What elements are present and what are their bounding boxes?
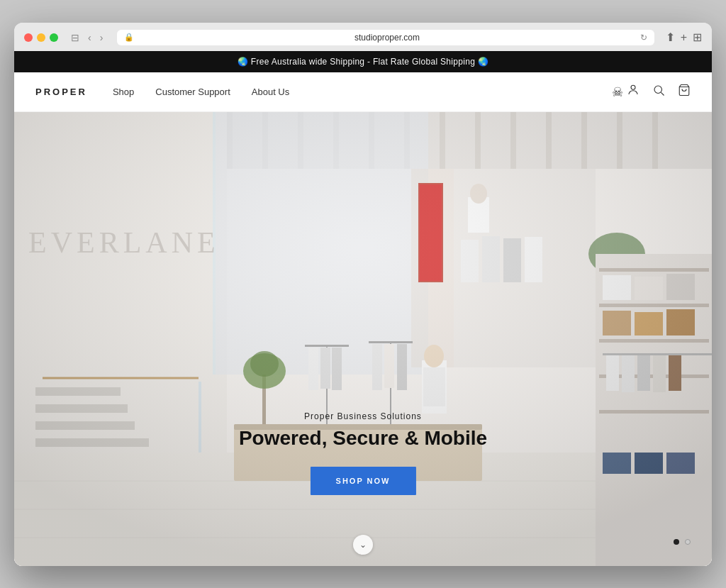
minimize-button[interactable]: [37, 33, 45, 42]
nav-shop[interactable]: Shop: [113, 87, 134, 97]
refresh-button[interactable]: ↻: [640, 33, 647, 43]
nav-links: Shop Customer Support About Us: [113, 87, 612, 97]
hero-subtitle: Proper Business Solutions: [239, 411, 487, 421]
account-icon[interactable]: ☠: [612, 84, 640, 100]
traffic-lights: [24, 33, 58, 42]
search-icon[interactable]: [652, 84, 665, 100]
cart-icon[interactable]: [678, 84, 691, 100]
browser-right-controls: ⬆ + ⊞: [666, 30, 702, 44]
share-icon[interactable]: ⬆: [666, 30, 675, 44]
hero-title: Powered, Secure & Mobile: [239, 427, 487, 450]
address-bar-container: 🔒 ↻: [117, 30, 654, 45]
forward-button[interactable]: ›: [97, 30, 106, 45]
dot-2[interactable]: [685, 539, 691, 545]
everlane-text: EVERLANE: [28, 226, 220, 260]
hero-section: EVERLANE Proper Business Solutions Power…: [14, 112, 712, 566]
browser-chrome: ⊟ ‹ › 🔒 ↻ ⬆ + ⊞: [14, 23, 712, 51]
lock-icon: 🔒: [124, 33, 134, 42]
svg-rect-91: [14, 112, 712, 566]
navbar: PROPER Shop Customer Support About Us ☠: [14, 72, 712, 112]
chevron-down-icon: ⌄: [359, 540, 367, 550]
scroll-indicator[interactable]: ⌄: [353, 535, 373, 555]
close-button[interactable]: [24, 33, 33, 42]
maximize-button[interactable]: [50, 33, 58, 42]
add-tab-icon[interactable]: +: [681, 31, 687, 44]
website: 🌏 Free Australia wide Shipping - Flat Ra…: [14, 51, 712, 566]
svg-point-0: [631, 85, 635, 89]
hero-background: [14, 112, 712, 566]
svg-line-2: [661, 92, 664, 95]
hero-content: Proper Business Solutions Powered, Secur…: [239, 411, 487, 495]
site-logo[interactable]: PROPER: [35, 87, 87, 97]
announcement-bar: 🌏 Free Australia wide Shipping - Flat Ra…: [14, 51, 712, 72]
announcement-text: 🌏 Free Australia wide Shipping - Flat Ra…: [238, 57, 488, 67]
back-button[interactable]: ‹: [85, 30, 94, 45]
browser-controls: ⊟ ‹ ›: [68, 30, 106, 45]
slideshow-dots: [674, 539, 691, 545]
svg-point-1: [654, 86, 662, 94]
sidebar-toggle[interactable]: ⊟: [68, 30, 82, 45]
shop-now-button[interactable]: SHOP NOW: [311, 467, 416, 495]
nav-about-us[interactable]: About Us: [252, 87, 289, 97]
browser-window: ⊟ ‹ › 🔒 ↻ ⬆ + ⊞ 🌏 Free Australia wide Sh…: [14, 23, 712, 566]
dot-1[interactable]: [674, 539, 679, 545]
tab-grid-icon[interactable]: ⊞: [693, 30, 702, 44]
nav-customer-support[interactable]: Customer Support: [155, 87, 230, 97]
nav-icons: ☠: [612, 84, 691, 100]
address-bar[interactable]: [138, 33, 635, 43]
